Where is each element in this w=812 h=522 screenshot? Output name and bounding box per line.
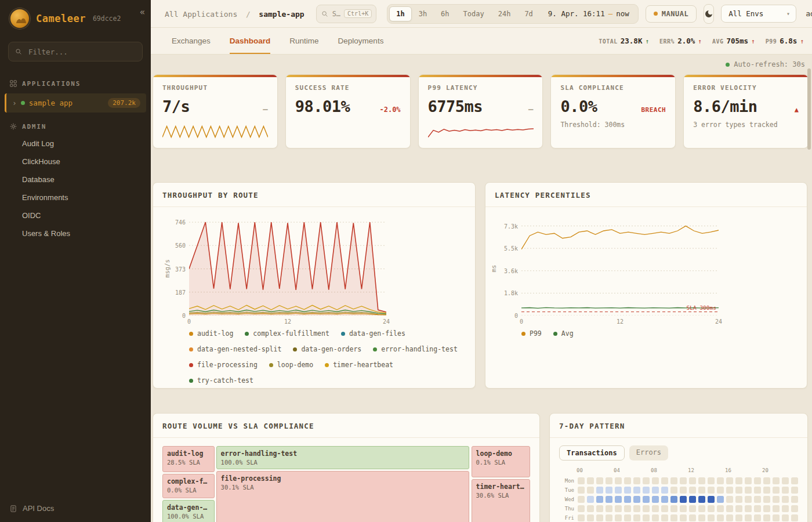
heatmap-cell[interactable] bbox=[680, 514, 687, 521]
heatmap-cell[interactable] bbox=[708, 477, 715, 484]
heatmap-cell[interactable] bbox=[763, 487, 770, 494]
heatmap-cell[interactable] bbox=[745, 514, 752, 521]
heatmap-cell[interactable] bbox=[633, 477, 640, 484]
heatmap-cell[interactable] bbox=[633, 496, 640, 503]
heatmap-cell[interactable] bbox=[726, 496, 733, 503]
sidebar-item-environments[interactable]: Environments bbox=[0, 188, 151, 206]
sidebar-item-audit-log[interactable]: Audit Log bbox=[0, 135, 151, 153]
heatmap-cell[interactable] bbox=[652, 487, 659, 494]
heatmap-cell[interactable] bbox=[615, 496, 622, 503]
legend-item-P99[interactable]: P99 bbox=[521, 329, 542, 338]
heatmap-cell[interactable] bbox=[624, 487, 631, 494]
heatmap-cell[interactable] bbox=[624, 505, 631, 512]
heatmap-cell[interactable] bbox=[633, 487, 640, 494]
heatmap-cell[interactable] bbox=[578, 496, 585, 503]
legend-item-file-processing[interactable]: file-processing bbox=[189, 361, 258, 369]
heatmap-cell[interactable] bbox=[587, 505, 594, 512]
auto-refresh-indicator[interactable]: Auto-refresh: 30s bbox=[153, 58, 809, 71]
heatmap-cell[interactable] bbox=[782, 487, 789, 494]
legend-item-loop-demo[interactable]: loop-demo bbox=[269, 361, 313, 369]
heatmap-cell[interactable] bbox=[717, 496, 724, 503]
heatmap-cell[interactable] bbox=[643, 505, 650, 512]
heatmap-cell[interactable] bbox=[745, 505, 752, 512]
heatmap-cell[interactable] bbox=[698, 496, 705, 503]
sidebar-item-users-roles[interactable]: Users & Roles bbox=[0, 224, 151, 242]
legend-item-audit-log[interactable]: audit-log bbox=[189, 329, 233, 338]
heatmap-cell[interactable] bbox=[615, 487, 622, 494]
legend-item-error-handling-test[interactable]: error-handling-test bbox=[373, 345, 458, 353]
tab-exchanges[interactable]: Exchanges bbox=[172, 28, 211, 54]
range-24h[interactable]: 24h bbox=[491, 6, 518, 21]
legend-item-data-gen-orders[interactable]: data-gen-orders bbox=[293, 345, 361, 353]
heatmap-cell[interactable] bbox=[652, 514, 659, 521]
heatmap-cell[interactable] bbox=[791, 487, 798, 494]
heatmap-cell[interactable] bbox=[652, 496, 659, 503]
heatmap-cell[interactable] bbox=[661, 477, 668, 484]
heatmap-cell[interactable] bbox=[791, 514, 798, 521]
range-7d[interactable]: 7d bbox=[517, 6, 539, 21]
legend-item-data-gen-nested-split[interactable]: data-gen-nested-split bbox=[189, 345, 281, 353]
heatmap-cell[interactable] bbox=[578, 487, 585, 494]
heatmap-cell[interactable] bbox=[773, 514, 780, 521]
heatmap-cell[interactable] bbox=[596, 505, 603, 512]
heatmap-cell[interactable] bbox=[791, 505, 798, 512]
tab-deployments[interactable]: Deployments bbox=[338, 28, 384, 54]
heatmap-cell[interactable] bbox=[587, 496, 594, 503]
heatmap-cell[interactable] bbox=[717, 477, 724, 484]
heatmap-cell[interactable] bbox=[661, 514, 668, 521]
treemap-tile-file-processing[interactable]: file-processing30.1% SLA bbox=[216, 471, 470, 522]
heatmap-cell[interactable] bbox=[689, 487, 696, 494]
heatmap-cell[interactable] bbox=[680, 505, 687, 512]
heatmap-cell[interactable] bbox=[735, 487, 742, 494]
range-3h[interactable]: 3h bbox=[412, 6, 434, 21]
sidebar-item-oidc[interactable]: OIDC bbox=[0, 206, 151, 224]
heatmap-cell[interactable] bbox=[670, 505, 677, 512]
heatmap-cell[interactable] bbox=[745, 496, 752, 503]
heatmap-cell[interactable] bbox=[633, 514, 640, 521]
heatmap-cell[interactable] bbox=[606, 514, 612, 521]
api-docs-link[interactable]: API Docs bbox=[0, 495, 151, 522]
heatmap-cell[interactable] bbox=[698, 514, 705, 521]
heatmap-cell[interactable] bbox=[689, 496, 696, 503]
heatmap-cell[interactable] bbox=[680, 496, 687, 503]
heatmap-cell[interactable] bbox=[735, 514, 742, 521]
breadcrumb-parent[interactable]: All Applications bbox=[165, 10, 237, 19]
heatmap-cell[interactable] bbox=[596, 514, 603, 521]
tab-transactions[interactable]: Transactions bbox=[559, 445, 625, 461]
heatmap-cell[interactable] bbox=[698, 477, 705, 484]
sidebar-item-clickhouse[interactable]: ClickHouse bbox=[0, 153, 151, 171]
heatmap-cell[interactable] bbox=[735, 505, 742, 512]
heatmap-cell[interactable] bbox=[763, 496, 770, 503]
treemap-tile-error-handling-test[interactable]: error-handling-test100.0% SLA bbox=[216, 446, 470, 469]
heatmap-cell[interactable] bbox=[754, 496, 761, 503]
heatmap-cell[interactable] bbox=[670, 514, 677, 521]
heatmap-cell[interactable] bbox=[717, 505, 724, 512]
heatmap-cell[interactable] bbox=[624, 477, 631, 484]
sidebar-item-database[interactable]: Database bbox=[0, 171, 151, 188]
manual-refresh-button[interactable]: MANUAL bbox=[646, 5, 697, 23]
heatmap-cell[interactable] bbox=[624, 514, 631, 521]
heatmap-cell[interactable] bbox=[763, 505, 770, 512]
heatmap-cell[interactable] bbox=[587, 487, 594, 494]
heatmap-cell[interactable] bbox=[652, 477, 659, 484]
heatmap-cell[interactable] bbox=[698, 505, 705, 512]
heatmap-cell[interactable] bbox=[578, 514, 585, 521]
heatmap-cell[interactable] bbox=[745, 477, 752, 484]
sidebar-item-sample-app[interactable]: › sample app 207.2k bbox=[5, 93, 146, 113]
heatmap-cell[interactable] bbox=[615, 505, 622, 512]
heatmap-cell[interactable] bbox=[661, 496, 668, 503]
filter-input[interactable] bbox=[27, 47, 136, 57]
heatmap-cell[interactable] bbox=[661, 487, 668, 494]
heatmap-cell[interactable] bbox=[596, 477, 603, 484]
heatmap-cell[interactable] bbox=[726, 487, 733, 494]
heatmap-cell[interactable] bbox=[606, 477, 612, 484]
heatmap-cell[interactable] bbox=[643, 477, 650, 484]
heatmap-cell[interactable] bbox=[782, 477, 789, 484]
heatmap-cell[interactable] bbox=[689, 505, 696, 512]
sidebar-filter[interactable] bbox=[8, 42, 143, 61]
heatmap-cell[interactable] bbox=[661, 505, 668, 512]
global-search[interactable]: S… Ctrl+K bbox=[316, 5, 377, 23]
heatmap-cell[interactable] bbox=[578, 477, 585, 484]
time-range-display[interactable]: 9. Apr. 16:11–now bbox=[548, 9, 629, 18]
heatmap-cell[interactable] bbox=[596, 496, 603, 503]
